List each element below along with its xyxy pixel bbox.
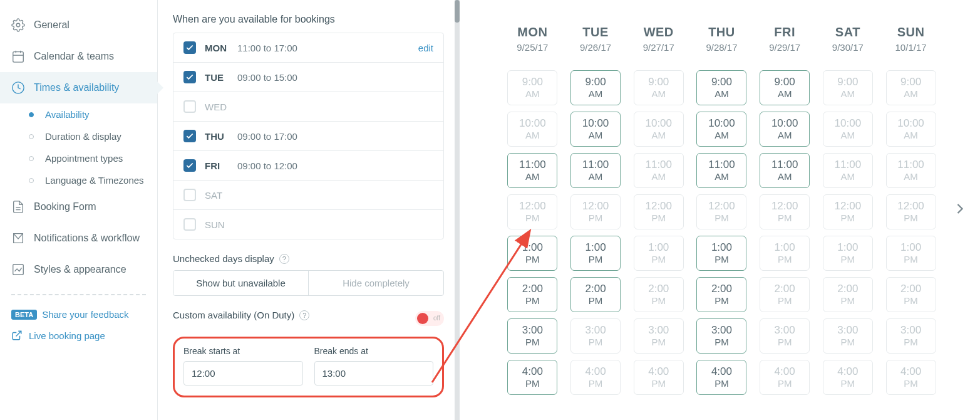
time-slot: 11:00AM [634,153,684,188]
sub-item-availability[interactable]: Availability [18,103,157,125]
time-slot: 12:00PM [696,194,746,229]
time-slot: 10:00AM [823,112,873,147]
time-slot: 9:00AM [507,70,557,105]
time-slot: 3:00PM [886,318,936,354]
time-slot[interactable]: 11:00AM [507,153,557,188]
day-column-header: TUE9/26/17 [564,25,627,53]
help-icon[interactable]: ? [299,310,309,320]
time-slot[interactable]: 3:00PM [507,318,557,354]
weekday-row[interactable]: TUE09:00 to 15:00 [173,63,443,92]
weekday-row[interactable]: SUN [173,210,443,239]
weekday-row[interactable]: FRI09:00 to 12:00 [173,151,443,181]
sidebar-item-notifications[interactable]: Notifications & workflow [0,223,157,254]
live-booking-link[interactable]: Live booking page [0,325,157,346]
sidebar-item-general[interactable]: General [0,9,157,41]
day-checkbox[interactable] [183,159,196,172]
weekday-row[interactable]: WED [173,92,443,122]
time-slot[interactable]: 2:00PM [696,277,746,312]
weekday-list: MON11:00 to 17:00editTUE09:00 to 15:00WE… [173,33,444,239]
time-slot[interactable]: 4:00PM [507,360,557,395]
calendar-preview: MON9/25/17TUE9/26/17WED9/27/17THU9/28/17… [457,0,980,420]
day-column-header: FRI9/29/17 [753,25,816,53]
availability-heading: When are you available for bookings [173,14,444,25]
time-slot: 3:00PM [634,318,684,354]
day-checkbox[interactable] [183,100,196,113]
day-of-week: SUN [880,25,942,39]
time-slot[interactable]: 3:00PM [696,318,746,354]
sidebar-item-label: Styles & appearance [34,264,126,275]
time-slot[interactable]: 1:00PM [696,236,746,271]
time-slot: 3:00PM [760,318,810,354]
sidebar-item-calendar-teams[interactable]: Calendar & teams [0,41,157,72]
unchecked-days-label: Unchecked days display ? [173,253,444,264]
time-slot: 4:00PM [570,360,621,395]
unchecked-display-toggle: Show but unavailable Hide completely [173,270,444,296]
time-slot: 9:00AM [634,70,684,105]
time-slot[interactable]: 10:00AM [570,112,621,147]
day-of-week: SAT [817,25,879,39]
sub-item-appointment-types[interactable]: Appointment types [18,147,157,169]
time-slot[interactable]: 11:00AM [696,153,746,188]
day-checkbox[interactable] [183,41,196,54]
share-feedback-link[interactable]: BETA Share your feedback [0,304,157,325]
time-slot[interactable]: 11:00AM [760,153,810,188]
weekday-row[interactable]: SAT [173,181,443,210]
time-slot: 10:00AM [507,112,557,147]
sidebar-item-times-availability[interactable]: Times & availability [0,72,157,103]
sub-item-language-timezones[interactable]: Language & Timezones [18,169,157,191]
time-slot: 3:00PM [570,318,621,354]
weekday-row[interactable]: THU09:00 to 17:00 [173,122,443,151]
day-date: 10/1/17 [880,42,942,53]
break-end-input[interactable] [314,361,434,386]
help-icon[interactable]: ? [279,254,289,264]
break-start-input[interactable] [183,361,303,386]
day-hours: 09:00 to 12:00 [237,160,297,171]
time-slot[interactable]: 1:00PM [570,236,621,271]
time-slot: 12:00PM [507,194,557,229]
time-slot: 10:00AM [886,112,936,147]
sidebar-item-label: Notifications & workflow [34,233,140,244]
time-slot: 2:00PM [760,277,810,312]
sidebar-item-booking-form[interactable]: Booking Form [0,191,157,223]
day-checkbox[interactable] [183,130,196,142]
day-date: 9/29/17 [753,42,816,53]
day-hours: 11:00 to 17:00 [237,43,297,53]
day-hours: 09:00 to 15:00 [237,72,297,83]
day-of-week: THU [690,25,753,39]
time-slot: 3:00PM [823,318,873,354]
break-end-label: Break ends at [314,346,434,356]
time-slot: 4:00PM [823,360,873,395]
break-time-highlight: Break starts at Break ends at [173,337,444,397]
time-slot[interactable]: 2:00PM [507,277,557,312]
day-edit-link[interactable]: edit [418,43,433,53]
sub-item-duration[interactable]: Duration & display [18,125,157,147]
sidebar-item-styles[interactable]: Styles & appearance [0,254,157,285]
time-slot[interactable]: 9:00AM [570,70,621,105]
time-slot[interactable]: 9:00AM [696,70,746,105]
day-date: 9/26/17 [564,42,627,53]
day-checkbox[interactable] [183,71,196,83]
show-unavailable-button[interactable]: Show but unavailable [173,271,309,295]
external-link-icon [11,330,23,341]
time-slot: 1:00PM [760,236,810,271]
next-week-button[interactable] [951,200,969,220]
time-slot[interactable]: 11:00AM [570,153,621,188]
time-slot-grid: 9:00AM10:00AM11:00AM12:00PM1:00PM2:00PM3… [501,70,942,395]
hide-completely-button[interactable]: Hide completely [309,271,443,295]
time-slot[interactable]: 9:00AM [760,70,810,105]
slot-column: 9:00AM10:00AM11:00AM12:00PM1:00PM2:00PM3… [564,70,627,395]
time-slot[interactable]: 10:00AM [696,112,746,147]
weekday-row[interactable]: MON11:00 to 17:00edit [173,33,443,63]
time-slot: 1:00PM [823,236,873,271]
time-slot: 4:00PM [886,360,936,395]
time-slot[interactable]: 2:00PM [570,277,621,312]
time-slot[interactable]: 1:00PM [507,236,557,271]
day-checkbox[interactable] [183,218,196,231]
day-checkbox[interactable] [183,189,196,201]
custom-availability-switch[interactable]: off [415,311,444,326]
time-slot: 2:00PM [886,277,936,312]
time-slot[interactable]: 10:00AM [760,112,810,147]
time-slot[interactable]: 4:00PM [696,360,746,395]
day-column-header: THU9/28/17 [690,25,753,53]
mail-icon [11,231,25,245]
